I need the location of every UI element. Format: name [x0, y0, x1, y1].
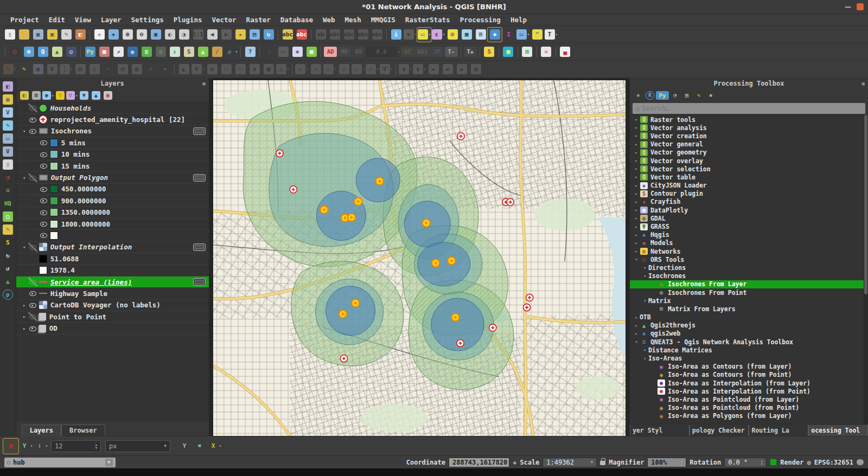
- new-scratch-layer[interactable]: ▭: [1, 132, 15, 145]
- toolbox-row[interactable]: ◎Isochrones From Point: [630, 288, 868, 297]
- save-edits[interactable]: ▣: [31, 62, 45, 76]
- toolbox-row[interactable]: ▸QVector table: [630, 173, 868, 181]
- rotate-features[interactable]: ⊙: [205, 62, 219, 76]
- layer-row[interactable]: ▾Isochrones: [16, 126, 209, 137]
- layer-row[interactable]: [16, 230, 209, 241]
- toolbox-row[interactable]: ▾Isochrones: [630, 272, 868, 280]
- show-bookmarks[interactable]: ▤: [247, 28, 261, 42]
- zoom-full[interactable]: ▣: [149, 28, 163, 42]
- toolbox-row[interactable]: ◉Iso-Area as Pointcloud (from Point): [630, 404, 868, 412]
- menu-raster[interactable]: Raster: [241, 15, 276, 25]
- filter-by-expression[interactable]: ▽▾: [66, 89, 78, 101]
- magnifier-spinbox[interactable]: 100% ▲▼: [647, 458, 686, 467]
- plot-curves[interactable]: ≈: [539, 45, 553, 59]
- expander-icon[interactable]: ▸: [633, 183, 640, 188]
- expander-icon[interactable]: ▸: [21, 303, 28, 308]
- scale-select[interactable]: 1:49362 ▼: [542, 458, 597, 467]
- project-properties[interactable]: ✎: [59, 28, 73, 42]
- toolbox-row[interactable]: ▸ΨGRASS: [630, 222, 868, 230]
- crosshair-tool[interactable]: +: [262, 45, 276, 59]
- layer-row[interactable]: 450.0000000: [16, 184, 209, 195]
- visibility-eye-icon[interactable]: [39, 150, 48, 159]
- visibility-eye-off-icon[interactable]: [28, 173, 37, 182]
- tab-layers[interactable]: Layers: [22, 424, 61, 436]
- measure-line[interactable]: ▭▾: [516, 28, 530, 42]
- close-button[interactable]: [857, 3, 864, 10]
- toolbox-row[interactable]: ▸QVector general: [630, 140, 868, 149]
- angle-spinbox[interactable]: 0.0▾: [366, 45, 400, 59]
- annotation-poly[interactable]: ◖▾: [412, 62, 426, 76]
- expander-icon[interactable]: ▸: [633, 200, 640, 204]
- expander-icon[interactable]: ▸: [633, 249, 640, 254]
- expander-icon[interactable]: ▸: [633, 191, 640, 196]
- toolbox-row[interactable]: ▸▲Qgis2threejs: [630, 321, 868, 330]
- modify-attributes[interactable]: ▤: [73, 62, 87, 76]
- expander-icon[interactable]: ▸: [633, 150, 640, 155]
- layers-overlap[interactable]: ≡: [139, 45, 154, 59]
- toolbox-row[interactable]: ▸OTB: [630, 313, 868, 321]
- t-minus[interactable]: T-: [444, 45, 458, 59]
- zoom-in[interactable]: ⊕: [120, 28, 135, 42]
- toolbox-row[interactable]: ▸◍GDAL: [630, 214, 868, 222]
- new-virtual-layer[interactable]: V: [1, 145, 15, 158]
- hqgis-button[interactable]: HQ: [1, 197, 15, 210]
- menu-mesh[interactable]: Mesh: [340, 15, 366, 25]
- toolbox-results-viewer[interactable]: ▤: [681, 89, 693, 101]
- toolbox-search-input[interactable]: [642, 105, 862, 112]
- layer-row[interactable]: Service area (lines): [16, 276, 209, 288]
- menu-edit[interactable]: Edit: [44, 15, 70, 25]
- expander-icon[interactable]: ▸: [633, 175, 640, 179]
- spinner-arrows-icon[interactable]: ▲▼: [681, 459, 683, 466]
- expander-icon[interactable]: ▸: [642, 265, 648, 270]
- expander-icon[interactable]: ▾: [21, 175, 28, 181]
- digitize-with-segment[interactable]: V: [45, 62, 59, 76]
- menu-database[interactable]: Database: [276, 15, 318, 25]
- toolbox-search[interactable]: ○: [633, 103, 865, 114]
- menu-view[interactable]: View: [70, 15, 96, 25]
- render-checkbox[interactable]: [770, 459, 777, 466]
- menu-plugins[interactable]: Plugins: [169, 15, 207, 25]
- new-geopackage[interactable]: ▣: [1, 93, 15, 106]
- offset-curve[interactable]: ▱▾: [351, 62, 365, 76]
- expander-icon[interactable]: ▸: [633, 315, 640, 320]
- redo-edit[interactable]: ↷: [158, 62, 172, 76]
- visibility-eye-icon[interactable]: [28, 324, 37, 333]
- minimize-button[interactable]: —: [845, 3, 851, 11]
- epsg-label[interactable]: EPSG:32651: [814, 459, 853, 466]
- toolbox-row[interactable]: ▸▦DataPlotly: [630, 206, 868, 214]
- avoid-overlap[interactable]: X▾: [207, 439, 222, 454]
- select-features[interactable]: ▭▾: [417, 28, 431, 42]
- dock-tab[interactable]: Routing La: [749, 425, 808, 436]
- plugin-refresh[interactable]: ↻: [1, 249, 15, 262]
- new-spatialite[interactable]: ✎: [1, 119, 15, 132]
- expander-icon[interactable]: ▾: [642, 298, 648, 303]
- fill-ring[interactable]: ▦: [261, 62, 276, 76]
- dock-tab[interactable]: yer Styl: [630, 425, 690, 436]
- toolbox-row[interactable]: ▸QVector overlay: [630, 157, 868, 165]
- visibility-eye-icon[interactable]: [28, 127, 37, 136]
- visibility-eye-icon[interactable]: [28, 115, 37, 124]
- sld-button[interactable]: ▦: [501, 45, 515, 59]
- visibility-eye-icon[interactable]: [39, 185, 48, 194]
- expander-icon[interactable]: ▾: [21, 245, 28, 250]
- expander-icon[interactable]: ▾: [633, 339, 640, 344]
- help-contents[interactable]: ?: [243, 45, 257, 59]
- layer-row[interactable]: 51.0688: [16, 253, 209, 265]
- pan-to-selection[interactable]: ✚: [106, 28, 120, 42]
- toolbox-models[interactable]: ✱: [632, 89, 644, 101]
- web-add[interactable]: ⊕: [22, 45, 36, 59]
- identify-features[interactable]: i: [389, 28, 403, 42]
- menu-processing[interactable]: Processing: [455, 15, 506, 25]
- open-layer-styling[interactable]: ◧: [18, 89, 30, 101]
- rotate-point-symbols[interactable]: ▱: [337, 62, 351, 76]
- statistical-summary[interactable]: Σ: [502, 28, 516, 42]
- trim-extend[interactable]: V▾: [379, 62, 393, 76]
- plugin-undo[interactable]: ↺: [1, 262, 15, 275]
- mo-toggle[interactable]: MO: [337, 45, 352, 59]
- toolbox-python[interactable]: Py: [656, 89, 669, 101]
- toolbox-row[interactable]: ▸✱Models: [630, 239, 868, 247]
- sc-toggle[interactable]: SC: [400, 45, 414, 59]
- map-canvas[interactable]: [213, 80, 626, 436]
- statistics-abacus[interactable]: ⊞: [474, 28, 488, 42]
- close-lines[interactable]: ▰: [441, 62, 455, 76]
